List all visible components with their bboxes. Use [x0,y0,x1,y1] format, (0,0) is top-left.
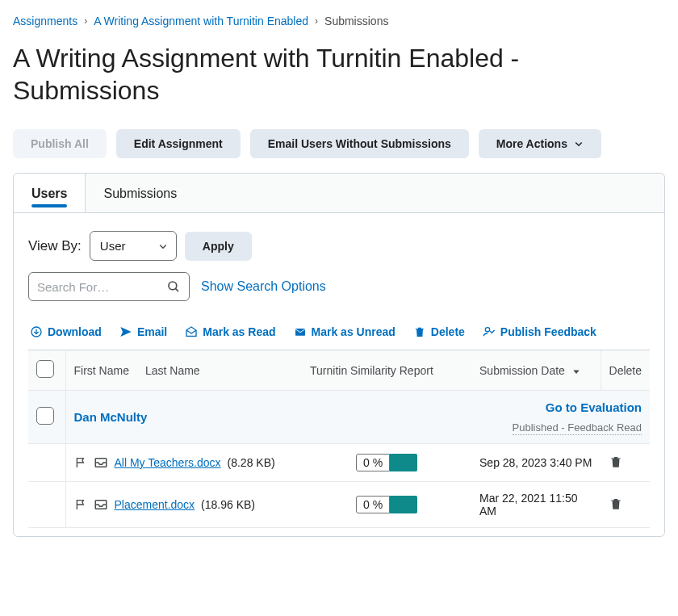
similarity-percent: 0 % [356,496,390,513]
bulk-actions-row: Download Email Mark as Read Mark as Unre… [28,325,650,350]
submissions-table: First Name Last Name Turnitin Similarity… [28,350,650,528]
similarity-bar [390,454,417,471]
apply-button[interactable]: Apply [185,232,252,261]
tray-icon[interactable] [94,455,108,470]
email-users-without-submissions-button[interactable]: Email Users Without Submissions [250,129,469,158]
student-name-link[interactable]: Dan McNulty [74,410,148,424]
column-delete: Delete [601,350,650,391]
similarity-bar [390,496,417,513]
similarity-percent: 0 % [356,454,390,471]
download-action[interactable]: Download [30,325,102,338]
column-last-name[interactable]: Last Name [137,350,302,391]
published-status-text[interactable]: Published - Feedback Read [513,421,642,435]
download-icon [30,325,43,338]
search-box [28,272,190,301]
edit-assignment-button[interactable]: Edit Assignment [116,129,241,158]
tab-submissions[interactable]: Submissions [86,174,195,212]
breadcrumb-link-assignments[interactable]: Assignments [13,15,77,27]
svg-point-5 [485,328,489,332]
show-search-options-link[interactable]: Show Search Options [201,279,326,294]
column-submission-date[interactable]: Submission Date [471,350,601,391]
flag-icon[interactable] [74,498,87,511]
mark-as-read-action[interactable]: Mark as Read [185,325,275,338]
svg-marker-6 [573,370,580,374]
breadcrumb: Assignments › A Writing Assignment with … [13,10,665,37]
submission-row: Placement.docx (18.96 KB) 0 % Mar 22, 20… [28,482,650,528]
delete-action[interactable]: Delete [413,325,465,338]
file-size: (18.96 KB) [201,498,255,511]
breadcrumb-current: Submissions [324,15,388,27]
file-link[interactable]: All My Teachers.docx [115,456,221,469]
email-action[interactable]: Email [119,325,167,338]
file-link[interactable]: Placement.docx [115,498,195,511]
paper-plane-icon [119,325,132,338]
more-actions-label: More Actions [496,137,567,150]
chevron-down-icon [574,139,584,149]
chevron-down-icon [158,241,168,251]
column-similarity-report: Turnitin Similarity Report [302,350,471,391]
flag-icon[interactable] [74,456,87,469]
view-by-label: View By: [28,238,82,254]
publish-feedback-action[interactable]: Publish Feedback [483,325,596,338]
tablist: Users Submissions [14,174,664,213]
mail-open-icon [185,325,198,338]
search-icon[interactable] [166,279,181,294]
svg-point-0 [169,282,177,290]
delete-submission-button[interactable] [609,497,623,511]
feedback-icon [483,325,496,338]
chevron-right-icon: › [315,15,318,27]
tabs-panel: Users Submissions View By: User Apply [13,173,665,537]
svg-line-1 [175,288,178,291]
search-input[interactable] [37,280,158,294]
column-first-name[interactable]: First Name [65,350,137,391]
view-by-value: User [100,239,126,253]
more-actions-button[interactable]: More Actions [479,129,601,158]
view-by-select[interactable]: User [90,231,177,261]
student-row: Dan McNulty Go to Evaluation Published -… [28,391,650,444]
tab-users[interactable]: Users [14,174,86,212]
select-all-checkbox[interactable] [36,360,54,378]
chevron-right-icon: › [84,15,87,27]
top-button-bar: Publish All Edit Assignment Email Users … [13,129,665,158]
similarity-score[interactable]: 0 % [310,454,463,471]
submission-row: All My Teachers.docx (8.28 KB) 0 % Sep 2… [28,444,650,482]
select-student-checkbox[interactable] [36,407,54,425]
submission-date: Mar 22, 2021 11:50 AM [471,482,601,528]
trash-icon [413,325,426,338]
delete-submission-button[interactable] [609,455,623,469]
go-to-evaluation-link[interactable]: Go to Evaluation [479,400,642,414]
submission-date: Sep 28, 2023 3:40 PM [471,444,601,482]
page-title: A Writing Assignment with Turnitin Enabl… [13,42,665,107]
tray-icon[interactable] [94,497,108,512]
mail-icon [294,325,307,338]
mark-as-unread-action[interactable]: Mark as Unread [294,325,396,338]
publish-all-button: Publish All [13,129,107,158]
breadcrumb-link-assignment[interactable]: A Writing Assignment with Turnitin Enabl… [94,15,308,27]
sort-descending-icon [571,367,581,376]
similarity-score[interactable]: 0 % [310,496,463,513]
file-size: (8.28 KB) [228,456,275,469]
